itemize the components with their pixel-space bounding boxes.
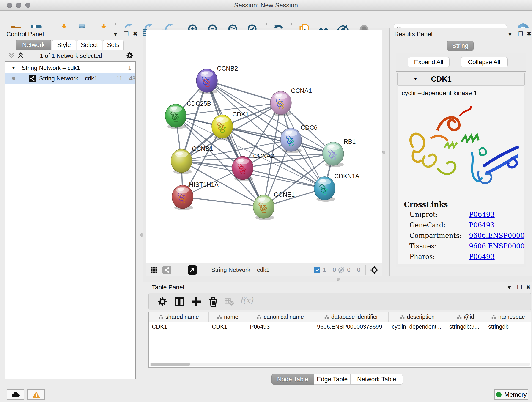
birdseye-crosshair-icon[interactable] — [370, 266, 379, 274]
network-node-label: CCNB1 — [192, 145, 213, 152]
tab-select[interactable]: Select — [76, 40, 102, 50]
crosslink-link[interactable]: 9606.ENSP00000378699 — [469, 242, 524, 250]
tab-edge-table[interactable]: Edge Table — [314, 374, 351, 385]
network-edge[interactable] — [183, 197, 264, 207]
crosslink-link[interactable]: P06493 — [469, 221, 495, 229]
delete-column-icon[interactable] — [208, 296, 219, 307]
tab-network[interactable]: Network — [16, 40, 51, 50]
column-header[interactable]: namespac — [485, 312, 531, 322]
collapse-all-button[interactable]: Collapse All — [461, 57, 508, 67]
tab-style[interactable]: Style — [52, 40, 76, 50]
network-node-hist1h1a[interactable]: HIST1H1A — [172, 181, 219, 210]
table-settings-gear-icon[interactable] — [157, 296, 168, 307]
network-node-ccna1[interactable]: CCNA1 — [270, 87, 312, 116]
float-panel-icon[interactable]: ▼ — [507, 31, 513, 38]
minimize-window-button[interactable] — [16, 2, 21, 8]
protein-structure-image — [403, 99, 522, 196]
gene-description: cyclin–dependent kinase 1 — [402, 89, 477, 97]
scrollbar-thumb[interactable] — [151, 363, 190, 366]
crosslink-link[interactable]: P06493 — [469, 253, 495, 261]
hidden-eye-icon — [338, 267, 345, 274]
function-builder-icon: f(x) — [240, 296, 253, 305]
close-panel-icon[interactable]: ✖ — [527, 31, 531, 37]
crosslink-row: Pharos: P06493 — [409, 253, 435, 261]
cloud-button[interactable] — [7, 389, 24, 400]
network-node-label: CDK1 — [232, 111, 249, 118]
warnings-button[interactable] — [27, 389, 45, 400]
crosslink-link[interactable]: 9606.ENSP00000378699 — [469, 232, 524, 240]
collapse-all-networks-icon[interactable] — [8, 52, 15, 59]
table-divider-handle[interactable] — [337, 278, 340, 281]
crosslink-row: Tissues: 9606.ENSP00000378699 — [409, 242, 437, 250]
memory-button[interactable]: Memory — [494, 389, 528, 400]
memory-label: Memory — [504, 391, 527, 398]
maximize-panel-icon[interactable]: ❐ — [124, 31, 129, 37]
horizontal-scrollbar — [150, 363, 530, 366]
network-options-gear-icon[interactable] — [126, 51, 134, 60]
selected-checkbox-icon[interactable] — [314, 267, 320, 273]
table-panel-title: Table Panel — [152, 284, 184, 291]
results-divider-handle[interactable] — [382, 151, 385, 154]
crosslink-label: Tissues: — [409, 242, 437, 250]
network-collection-row[interactable]: ▼ String Network – cdk1 1 — [5, 63, 135, 73]
column-header[interactable]: description — [389, 312, 446, 322]
crosslink-link[interactable]: P06493 — [469, 211, 495, 218]
table-row[interactable]: CDK1 CDK1 P06493 9606.ENSP00000378699 cy… — [149, 322, 531, 332]
grid-view-icon[interactable] — [150, 266, 158, 274]
share-view-icon[interactable] — [162, 266, 171, 274]
maximize-panel-icon[interactable]: ❐ — [517, 284, 522, 290]
table-toolbar: f(x) — [148, 293, 531, 310]
network-view-canvas[interactable]: CCNB2CCNA1CDC25BCDK1CDC6RB1CCNB1CCNA2CDK… — [146, 31, 382, 263]
network-label: String Network – cdk1 — [39, 73, 97, 84]
network-node-label: CCNE1 — [274, 191, 295, 198]
hidden-counts: 0 – 0 — [347, 266, 360, 274]
collapse-triangle-icon[interactable]: ▼ — [11, 63, 16, 73]
tab-sets[interactable]: Sets — [103, 40, 124, 50]
panel-divider-handle[interactable] — [140, 233, 143, 236]
network-edge-count: 48 — [129, 73, 136, 84]
gene-entry-header[interactable]: ▼ CDK1 — [397, 73, 525, 85]
expand-all-button[interactable]: Expand All — [408, 57, 450, 67]
network-edge[interactable] — [207, 81, 281, 103]
network-node-ccne1[interactable]: CCNE1 — [253, 191, 295, 220]
close-window-button[interactable] — [7, 2, 12, 8]
network-node-label: CCNA1 — [291, 87, 312, 94]
main-toolbar: ? — [0, 11, 532, 28]
footer-separator — [308, 265, 308, 274]
crosslink-label: Compartments: — [409, 232, 462, 240]
network-node-label: CDC6 — [301, 124, 317, 131]
memory-status-dot-icon — [496, 392, 501, 397]
crosslinks-title: CrossLinks — [404, 200, 448, 209]
column-header[interactable]: shared name — [149, 312, 209, 322]
network-node-rb1[interactable]: RB1 — [323, 138, 356, 167]
column-header[interactable]: @id — [446, 312, 485, 322]
float-panel-icon[interactable]: ▼ — [113, 31, 118, 38]
collapse-triangle-icon[interactable]: ▼ — [413, 76, 418, 82]
cell-id: stringdb:9... — [446, 322, 485, 332]
control-panel: Control Panel ▼ ❐ ✖ Network Style Select… — [0, 28, 143, 386]
delete-table-icon — [224, 296, 234, 307]
close-panel-icon[interactable]: ✖ — [133, 31, 138, 37]
tab-network-table[interactable]: Network Table — [351, 374, 403, 385]
expand-all-networks-icon[interactable] — [17, 52, 24, 59]
zoom-window-button[interactable] — [25, 2, 31, 8]
footer-separator — [180, 265, 180, 274]
tab-string[interactable]: String — [447, 41, 474, 51]
crosslink-label: GeneCard: — [409, 221, 446, 229]
column-header[interactable]: canonical name — [247, 312, 314, 322]
network-row-selected[interactable]: String Network – cdk1 11 48 — [5, 73, 135, 84]
network-node-label: CCNA2 — [253, 153, 274, 159]
tab-node-table[interactable]: Node Table — [272, 374, 314, 385]
add-column-icon[interactable] — [191, 296, 202, 307]
column-header[interactable]: database identifier — [314, 312, 389, 322]
close-panel-icon[interactable]: ✖ — [526, 284, 530, 290]
show-columns-icon[interactable] — [174, 296, 185, 307]
maximize-panel-icon[interactable]: ❐ — [518, 31, 523, 37]
open-in-window-icon[interactable] — [188, 265, 197, 274]
network-node-cdkn1a[interactable]: CDKN1A — [314, 173, 360, 202]
network-svg: CCNB2CCNA1CDC25BCDK1CDC6RB1CCNB1CCNA2CDK… — [146, 31, 382, 263]
float-panel-icon[interactable]: ▼ — [507, 284, 512, 291]
column-header[interactable]: name — [209, 312, 247, 322]
window-titlebar: Session: New Session — [0, 0, 532, 11]
cloud-icon — [11, 390, 20, 399]
